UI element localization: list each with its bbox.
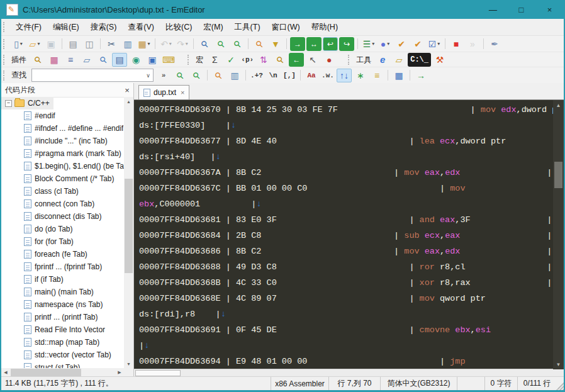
select-macros-button[interactable]: ☑▾: [427, 37, 442, 51]
plugin-open-folder-button[interactable]: ▱: [79, 53, 94, 67]
scroll-left-icon[interactable]: ◀: [1, 368, 10, 377]
menu-item-7[interactable]: 工具(T): [229, 20, 266, 35]
menu-item-6[interactable]: 宏(M): [198, 20, 228, 35]
print-button[interactable]: ▤: [65, 37, 81, 51]
escape-sequence-button[interactable]: \n: [266, 69, 281, 82]
findbar-dialog-button[interactable]: ⚲: [211, 69, 226, 82]
match-case-button[interactable]: Aa: [304, 69, 319, 82]
plugin-snippets-button[interactable]: ▤: [112, 53, 127, 67]
wrap-none-button[interactable]: →: [290, 37, 305, 51]
display-options-button[interactable]: ▦: [391, 69, 406, 82]
play-macro-button[interactable]: ✔: [394, 37, 409, 51]
dropdown-arrow-icon[interactable]: ▾: [387, 41, 389, 47]
snippet-item-12[interactable]: foreach (fe Tab): [1, 248, 124, 260]
dropdown-arrow-icon[interactable]: ▾: [437, 41, 440, 47]
outline-button[interactable]: ☰▾: [361, 37, 376, 51]
status-extra[interactable]: [457, 377, 484, 390]
resize-grip[interactable]: [556, 383, 564, 390]
snippet-item-8[interactable]: connect (con Tab): [1, 198, 124, 210]
maximize-button[interactable]: □: [507, 0, 535, 19]
dropdown-arrow-icon[interactable]: ▾: [372, 41, 374, 47]
redo-button[interactable]: ↷▾: [175, 37, 190, 51]
close-button[interactable]: ×: [535, 0, 564, 19]
scrollbar-thumb[interactable]: [135, 370, 181, 376]
dropdown-arrow-icon[interactable]: ▾: [186, 41, 188, 47]
snippet-item-15[interactable]: main() (main Tab): [1, 286, 124, 298]
snippet-item-4[interactable]: #pragma mark (mark Tab): [1, 147, 124, 160]
scroll-up-icon[interactable]: ▲: [553, 100, 564, 110]
snippet-item-18[interactable]: Read File Into Vector: [1, 323, 124, 336]
filter-button[interactable]: ▼: [268, 37, 283, 51]
plugin-word-count-button[interactable]: ⌨: [161, 53, 176, 67]
find-combobox[interactable]: ∨: [31, 69, 154, 82]
resume-button[interactable]: »: [465, 37, 480, 51]
findbar-copy-results-button[interactable]: ▥: [227, 69, 242, 82]
scrollbar-thumb[interactable]: [554, 162, 562, 188]
scroll-down-icon[interactable]: ▼: [124, 359, 133, 368]
find-input[interactable]: [32, 70, 143, 80]
play-all-macros-button[interactable]: ✔: [410, 37, 425, 51]
pin-button[interactable]: ✒: [487, 37, 502, 51]
next-document-button[interactable]: →: [413, 69, 428, 82]
tab-dup-txt[interactable]: dup.txt ×: [138, 85, 189, 99]
snippet-item-21[interactable]: struct (st Tab): [1, 361, 124, 368]
tab-close-icon[interactable]: ×: [181, 89, 184, 96]
snippet-item-11[interactable]: for (for Tab): [1, 235, 124, 248]
snippet-item-2[interactable]: #ifndef ... #define ... #endif: [1, 122, 124, 135]
scroll-down-icon[interactable]: ▼: [553, 359, 564, 369]
status-encoding[interactable]: 简体中文(GB2312): [380, 377, 457, 390]
snippet-item-5[interactable]: $1.begin(), $1.end() (be Tab): [1, 160, 124, 172]
find-previous-button[interactable]: ⚲: [213, 37, 228, 51]
macro-validate-button[interactable]: ✓: [223, 53, 238, 67]
cut-button[interactable]: ✂: [104, 37, 119, 51]
tool-command-prompt-button[interactable]: C:\_: [408, 53, 431, 67]
whole-word-button[interactable]: .w.: [320, 69, 335, 82]
macro-back-button[interactable]: ←: [289, 53, 304, 67]
copy-button[interactable]: ▥: [120, 37, 135, 51]
snippet-item-19[interactable]: std::map (map Tab): [1, 336, 124, 349]
menu-item-3[interactable]: 搜索(S): [85, 20, 123, 35]
menu-item-9[interactable]: 帮助(H): [306, 20, 344, 35]
search-up-down-button[interactable]: ↑↓: [337, 69, 352, 82]
status-char-count[interactable]: 0 字符: [484, 377, 517, 390]
snippets-hscrollbar[interactable]: ◀ ▶: [1, 368, 124, 377]
snippet-item-17[interactable]: printf ... (printf Tab): [1, 311, 124, 323]
print-preview-button[interactable]: ◫: [82, 37, 97, 51]
status-line-count[interactable]: 0/111 行: [517, 377, 556, 390]
status-cursor-position[interactable]: 行 7,列 70: [328, 377, 380, 390]
dropdown-arrow-icon[interactable]: ▾: [148, 41, 150, 47]
menu-item-1[interactable]: 文件(F): [10, 20, 47, 35]
find-button[interactable]: ⚲: [197, 37, 212, 51]
menu-item-5[interactable]: 比较(C): [160, 20, 198, 35]
snippets-vscrollbar[interactable]: ▲ ▼: [124, 97, 133, 368]
snippets-tree[interactable]: −C/C++#endif#ifndef ... #define ... #end…: [1, 97, 124, 368]
findbar-prev-button[interactable]: ⚲: [172, 69, 187, 82]
macro-sum-button[interactable]: Σ: [207, 53, 222, 67]
snippet-item-14[interactable]: if (if Tab): [1, 273, 124, 286]
status-syntax[interactable]: x86 Assembler: [271, 377, 328, 390]
snippet-item-6[interactable]: Block Comment (/* Tab): [1, 172, 124, 185]
filter-extract-button[interactable]: ≡: [369, 69, 384, 82]
tool-folder-button[interactable]: ▱: [391, 53, 406, 67]
plugin-web-search-button[interactable]: ◉: [128, 53, 143, 67]
count-matches-button[interactable]: ∗: [353, 69, 368, 82]
plugin-charmap-button[interactable]: ▦: [47, 53, 62, 67]
paste-button[interactable]: ▦▾: [137, 37, 152, 51]
snippet-item-1[interactable]: #endif: [1, 109, 124, 122]
snippet-item-20[interactable]: std::vector (vector Tab): [1, 349, 124, 361]
wrap-by-window-button[interactable]: ↔: [306, 37, 322, 51]
toolbar-overflow-chevron[interactable]: »: [156, 69, 171, 82]
char-range-button[interactable]: [,]: [282, 69, 297, 82]
save-button[interactable]: ▣: [43, 37, 59, 51]
editor-vscrollbar[interactable]: ▲ ▼: [553, 100, 564, 369]
menu-item-8[interactable]: 窗口(W): [266, 20, 306, 35]
expander-collapse-icon[interactable]: −: [5, 100, 12, 107]
open-button[interactable]: ▱▾: [27, 37, 42, 51]
scrollbar-thumb[interactable]: [125, 179, 133, 273]
record-macro-button[interactable]: ●▾: [378, 37, 393, 51]
snippets-root-folder[interactable]: −C/C++: [1, 97, 53, 109]
macro-find-folder-button[interactable]: ⚲: [272, 53, 288, 67]
snippets-panel-close-icon[interactable]: ×: [121, 86, 133, 95]
undo-button[interactable]: ↶▾: [159, 37, 174, 51]
scrollbar-thumb[interactable]: [11, 369, 81, 376]
